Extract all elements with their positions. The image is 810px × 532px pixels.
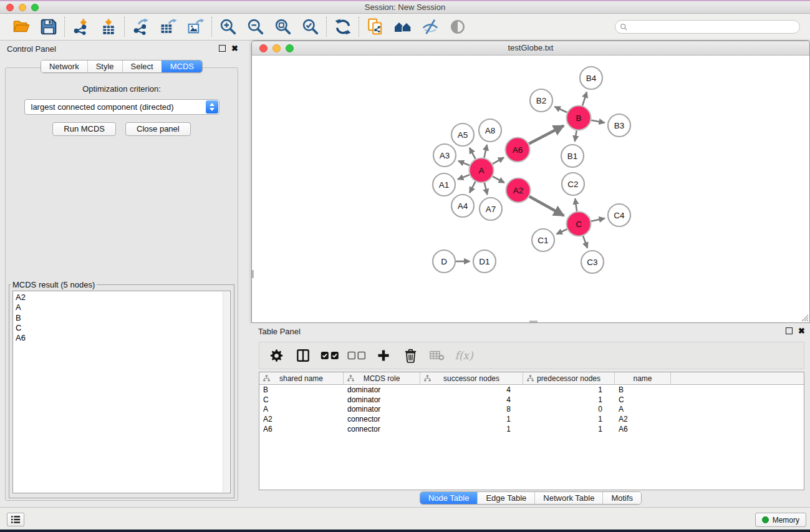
tab-network-table[interactable]: Network Table xyxy=(534,492,602,504)
graph-node-A8[interactable]: A8 xyxy=(479,119,501,142)
copy-network-icon[interactable] xyxy=(365,17,385,37)
open-session-icon[interactable] xyxy=(11,17,31,37)
graph-node-A[interactable]: A xyxy=(470,158,494,183)
graph-node-A7[interactable]: A7 xyxy=(480,198,502,220)
graph-node-B2[interactable]: B2 xyxy=(530,89,552,112)
graph-node-D1[interactable]: D1 xyxy=(473,250,496,273)
delete-column-icon[interactable] xyxy=(400,346,421,365)
column-header-predecessor-nodes[interactable]: predecessor nodes xyxy=(523,372,615,384)
graph-node-C[interactable]: C xyxy=(567,212,591,236)
memory-button[interactable]: Memory xyxy=(755,513,806,527)
graph-edge-A-A2[interactable] xyxy=(493,177,504,183)
delete-table-icon[interactable] xyxy=(427,346,448,365)
graph-edge-C-C1[interactable] xyxy=(557,230,567,235)
hide-panel-icon[interactable] xyxy=(420,17,440,37)
search-box[interactable] xyxy=(615,20,800,34)
column-header-shared-name[interactable]: shared name xyxy=(259,372,344,384)
zoom-out-icon[interactable] xyxy=(246,17,265,37)
column-header-name[interactable]: name xyxy=(615,372,671,384)
tab-select[interactable]: Select xyxy=(122,60,162,72)
run-mcds-button[interactable]: Run MCDS xyxy=(52,122,116,136)
task-history-button[interactable] xyxy=(7,513,24,526)
mcds-list-scrollbar[interactable] xyxy=(223,292,229,492)
mcds-result-item[interactable]: A2 xyxy=(16,293,230,302)
graph-edge-A-A7[interactable] xyxy=(485,183,488,195)
import-network-icon[interactable] xyxy=(71,17,90,37)
float-table-panel-icon[interactable] xyxy=(786,327,793,334)
refresh-view-icon[interactable] xyxy=(333,17,352,37)
mcds-result-item[interactable]: A xyxy=(16,302,230,312)
tab-edge-table[interactable]: Edge Table xyxy=(477,492,534,504)
table-row[interactable]: A2connector11A2 xyxy=(259,414,804,424)
table-row[interactable]: Bdominator41B xyxy=(259,385,804,395)
graph-node-A1[interactable]: A1 xyxy=(433,173,455,196)
close-panel-icon[interactable]: ✖ xyxy=(231,45,238,52)
splitter-handle-bottom[interactable] xyxy=(529,321,538,322)
minimize-window-icon[interactable] xyxy=(19,4,26,11)
network-close-icon[interactable] xyxy=(259,44,268,52)
save-session-icon[interactable] xyxy=(39,17,58,37)
tab-node-table[interactable]: Node Table xyxy=(420,492,478,504)
graph-node-A2[interactable]: A2 xyxy=(506,178,531,203)
zoom-in-icon[interactable] xyxy=(218,17,238,37)
criterion-dropdown[interactable]: largest connected component (directed) xyxy=(24,99,219,115)
close-panel-button[interactable]: Close panel xyxy=(125,122,191,136)
graph-node-A6[interactable]: A6 xyxy=(506,138,530,162)
graph-node-A5[interactable]: A5 xyxy=(451,123,474,146)
graph-node-C4[interactable]: C4 xyxy=(608,204,630,226)
network-minimize-icon[interactable] xyxy=(272,44,281,52)
unselect-all-checks-icon[interactable] xyxy=(346,346,367,365)
tab-style[interactable]: Style xyxy=(87,60,122,72)
table-row[interactable]: Cdominator41C xyxy=(259,395,804,405)
graph-edge-A-A5[interactable] xyxy=(470,148,476,159)
tab-motifs[interactable]: Motifs xyxy=(602,492,641,504)
graph-node-C3[interactable]: C3 xyxy=(581,251,604,273)
graph-edge-C-C4[interactable] xyxy=(591,218,605,221)
graph-edge-A6-B[interactable] xyxy=(529,126,564,144)
mcds-result-item[interactable]: A6 xyxy=(16,333,230,343)
graph-node-B4[interactable]: B4 xyxy=(580,67,602,89)
graph-node-A4[interactable]: A4 xyxy=(451,195,474,217)
column-header-MCDS-role[interactable]: MCDS role xyxy=(344,372,420,384)
graph-edge-B-B2[interactable] xyxy=(554,107,567,112)
network-canvas[interactable]: B4B2BB3A8A5A6B1A3AA1C2A2A4A7C4CC1C3DD1 xyxy=(252,56,809,323)
export-image-icon[interactable] xyxy=(186,17,205,37)
graph-edge-A-A3[interactable] xyxy=(458,161,470,165)
search-input[interactable] xyxy=(630,21,797,32)
graph-node-A3[interactable]: A3 xyxy=(433,144,456,167)
graph-node-C1[interactable]: C1 xyxy=(532,229,554,251)
close-table-panel-icon[interactable]: ✖ xyxy=(798,327,805,334)
graph-edge-B-B1[interactable] xyxy=(575,130,577,142)
column-settings-icon[interactable] xyxy=(266,346,287,365)
graph-edge-A-A4[interactable] xyxy=(470,181,476,193)
zoom-selected-icon[interactable] xyxy=(301,17,320,37)
graph-node-B3[interactable]: B3 xyxy=(608,114,630,137)
table-row[interactable]: Adominator80A xyxy=(259,404,804,414)
graph-edge-A-A8[interactable] xyxy=(484,145,487,158)
tab-mcds[interactable]: MCDS xyxy=(162,60,202,72)
column-header-successor-nodes[interactable]: successor nodes xyxy=(420,372,523,384)
graph-edge-A-A1[interactable] xyxy=(458,175,470,179)
export-table-icon[interactable] xyxy=(158,17,178,37)
graph-node-C2[interactable]: C2 xyxy=(562,173,584,195)
close-window-icon[interactable] xyxy=(6,4,14,11)
resize-grip-icon[interactable] xyxy=(800,313,809,322)
float-panel-icon[interactable] xyxy=(219,45,226,52)
function-builder-icon[interactable]: f(x) xyxy=(453,346,475,365)
network-window-titlebar[interactable]: testGlobe.txt xyxy=(252,41,809,56)
session-homes-icon[interactable] xyxy=(393,17,412,37)
graph-edge-B-B3[interactable] xyxy=(591,120,605,123)
graph-edge-A-A6[interactable] xyxy=(493,157,504,164)
tab-network[interactable]: Network xyxy=(41,60,87,72)
graph-node-D[interactable]: D xyxy=(433,250,455,273)
graph-node-B1[interactable]: B1 xyxy=(561,145,584,167)
table-row[interactable]: A6connector11A6 xyxy=(259,424,804,434)
add-column-icon[interactable] xyxy=(373,346,394,365)
mcds-result-item[interactable]: C xyxy=(16,323,230,333)
zoom-fit-icon[interactable] xyxy=(273,17,292,37)
zoom-window-icon[interactable] xyxy=(31,4,39,11)
export-network-icon[interactable] xyxy=(131,17,150,37)
show-columns-icon[interactable] xyxy=(292,346,314,365)
graph-node-B[interactable]: B xyxy=(567,106,591,130)
show-eye-icon[interactable] xyxy=(448,17,467,37)
